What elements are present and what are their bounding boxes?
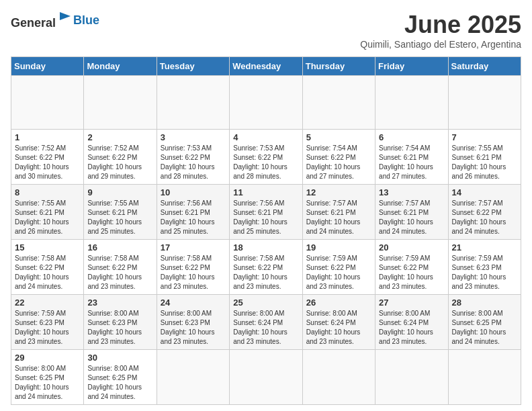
calendar-day-cell [11,76,84,130]
day-info: Sunrise: 8:00 AMSunset: 6:24 PMDaylight:… [379,309,444,347]
day-info: Sunrise: 7:57 AMSunset: 6:21 PMDaylight:… [379,199,444,236]
title-section: June 2025 Quimili, Santiago del Estero, … [360,11,521,50]
calendar-day-cell: 8Sunrise: 7:55 AMSunset: 6:21 PMDaylight… [11,185,84,240]
day-number: 22 [15,298,80,308]
calendar-day-cell: 15Sunrise: 7:58 AMSunset: 6:22 PMDayligh… [11,240,84,295]
calendar-day-cell: 24Sunrise: 8:00 AMSunset: 6:23 PMDayligh… [157,295,229,350]
calendar-day-header: Friday [375,57,448,76]
logo-flag-icon [57,11,73,27]
calendar-day-cell [375,76,448,130]
day-info: Sunrise: 7:59 AMSunset: 6:22 PMDaylight:… [379,254,444,291]
day-number: 5 [306,132,371,142]
day-info: Sunrise: 7:59 AMSunset: 6:23 PMDaylight:… [452,254,517,291]
day-info: Sunrise: 8:00 AMSunset: 6:24 PMDaylight:… [306,309,371,347]
calendar-day-cell [230,350,302,405]
day-number: 11 [233,187,298,197]
calendar-day-cell: 9Sunrise: 7:55 AMSunset: 6:21 PMDaylight… [84,185,157,240]
calendar-day-cell: 30Sunrise: 8:00 AMSunset: 6:25 PMDayligh… [84,350,157,405]
calendar-day-cell [448,350,521,405]
day-info: Sunrise: 7:57 AMSunset: 6:22 PMDaylight:… [452,199,517,236]
calendar-day-cell: 29Sunrise: 8:00 AMSunset: 6:25 PMDayligh… [11,350,84,405]
day-number: 25 [233,298,298,308]
calendar-day-cell: 7Sunrise: 7:55 AMSunset: 6:21 PMDaylight… [448,130,521,185]
calendar-subtitle: Quimili, Santiago del Estero, Argentina [360,39,521,50]
day-info: Sunrise: 7:59 AMSunset: 6:22 PMDaylight:… [306,254,371,291]
day-info: Sunrise: 7:54 AMSunset: 6:21 PMDaylight:… [379,144,444,181]
calendar-day-cell [84,76,157,130]
day-number: 2 [87,132,152,142]
day-number: 6 [379,132,444,142]
day-number: 30 [87,353,152,363]
calendar-body: 1Sunrise: 7:52 AMSunset: 6:22 PMDaylight… [11,76,521,405]
day-number: 4 [233,132,298,142]
day-info: Sunrise: 7:58 AMSunset: 6:22 PMDaylight:… [233,254,298,291]
day-info: Sunrise: 7:59 AMSunset: 6:23 PMDaylight:… [15,309,80,347]
day-number: 21 [452,242,517,253]
day-number: 13 [379,187,444,197]
calendar-day-cell [230,76,302,130]
calendar-day-cell [302,76,375,130]
day-info: Sunrise: 8:00 AMSunset: 6:25 PMDaylight:… [87,364,152,402]
calendar-day-cell: 4Sunrise: 7:53 AMSunset: 6:22 PMDaylight… [230,130,302,185]
day-number: 3 [161,132,226,142]
day-info: Sunrise: 7:55 AMSunset: 6:21 PMDaylight:… [15,199,80,236]
calendar-day-cell: 6Sunrise: 7:54 AMSunset: 6:21 PMDaylight… [375,130,448,185]
day-info: Sunrise: 8:00 AMSunset: 6:24 PMDaylight:… [233,309,298,347]
day-info: Sunrise: 7:58 AMSunset: 6:22 PMDaylight:… [161,254,226,291]
day-number: 24 [161,298,226,308]
calendar-day-header: Wednesday [230,57,302,76]
day-number: 23 [87,298,152,308]
calendar-day-header: Tuesday [157,57,229,76]
calendar-week-row: 22Sunrise: 7:59 AMSunset: 6:23 PMDayligh… [11,295,521,350]
calendar-day-cell: 22Sunrise: 7:59 AMSunset: 6:23 PMDayligh… [11,295,84,350]
calendar-day-cell: 20Sunrise: 7:59 AMSunset: 6:22 PMDayligh… [375,240,448,295]
calendar-day-header: Monday [84,57,157,76]
day-number: 17 [161,242,226,253]
calendar-day-cell: 21Sunrise: 7:59 AMSunset: 6:23 PMDayligh… [448,240,521,295]
calendar-week-row: 29Sunrise: 8:00 AMSunset: 6:25 PMDayligh… [11,350,521,405]
calendar-day-cell: 1Sunrise: 7:52 AMSunset: 6:22 PMDaylight… [11,130,84,185]
logo: General Blue [11,11,99,30]
day-number: 9 [87,187,152,197]
svg-marker-0 [60,12,71,20]
calendar-day-cell: 10Sunrise: 7:56 AMSunset: 6:21 PMDayligh… [157,185,229,240]
calendar-day-cell: 19Sunrise: 7:59 AMSunset: 6:22 PMDayligh… [302,240,375,295]
calendar-day-cell: 25Sunrise: 8:00 AMSunset: 6:24 PMDayligh… [230,295,302,350]
day-info: Sunrise: 8:00 AMSunset: 6:25 PMDaylight:… [15,364,80,402]
calendar-week-row [11,76,521,130]
day-number: 12 [306,187,371,197]
calendar-week-row: 1Sunrise: 7:52 AMSunset: 6:22 PMDaylight… [11,130,521,185]
day-info: Sunrise: 7:53 AMSunset: 6:22 PMDaylight:… [161,144,226,181]
day-info: Sunrise: 7:58 AMSunset: 6:22 PMDaylight:… [15,254,80,291]
calendar-day-cell: 3Sunrise: 7:53 AMSunset: 6:22 PMDaylight… [157,130,229,185]
day-number: 16 [87,242,152,253]
day-info: Sunrise: 7:55 AMSunset: 6:21 PMDaylight:… [87,199,152,236]
calendar-day-cell: 12Sunrise: 7:57 AMSunset: 6:21 PMDayligh… [302,185,375,240]
day-info: Sunrise: 7:54 AMSunset: 6:22 PMDaylight:… [306,144,371,181]
day-number: 18 [233,242,298,253]
calendar-day-cell [448,76,521,130]
calendar-day-cell [157,76,229,130]
day-info: Sunrise: 7:56 AMSunset: 6:21 PMDaylight:… [161,199,226,236]
calendar-day-cell: 26Sunrise: 8:00 AMSunset: 6:24 PMDayligh… [302,295,375,350]
calendar-day-cell: 16Sunrise: 7:58 AMSunset: 6:22 PMDayligh… [84,240,157,295]
calendar-table: SundayMondayTuesdayWednesdayThursdayFrid… [11,56,521,405]
day-info: Sunrise: 8:00 AMSunset: 6:25 PMDaylight:… [452,309,517,347]
calendar-day-cell: 13Sunrise: 7:57 AMSunset: 6:21 PMDayligh… [375,185,448,240]
calendar-day-cell: 18Sunrise: 7:58 AMSunset: 6:22 PMDayligh… [230,240,302,295]
day-number: 28 [452,298,517,308]
day-info: Sunrise: 7:55 AMSunset: 6:21 PMDaylight:… [452,144,517,181]
calendar-day-header: Saturday [448,57,521,76]
day-info: Sunrise: 8:00 AMSunset: 6:23 PMDaylight:… [161,309,226,347]
day-info: Sunrise: 7:52 AMSunset: 6:22 PMDaylight:… [87,144,152,181]
day-number: 15 [15,242,80,253]
calendar-day-cell: 17Sunrise: 7:58 AMSunset: 6:22 PMDayligh… [157,240,229,295]
calendar-day-cell [302,350,375,405]
day-number: 27 [379,298,444,308]
calendar-week-row: 15Sunrise: 7:58 AMSunset: 6:22 PMDayligh… [11,240,521,295]
calendar-day-header: Thursday [302,57,375,76]
calendar-week-row: 8Sunrise: 7:55 AMSunset: 6:21 PMDaylight… [11,185,521,240]
day-info: Sunrise: 8:00 AMSunset: 6:23 PMDaylight:… [87,309,152,347]
logo-text-blue: Blue [73,13,99,27]
day-number: 29 [15,353,80,363]
